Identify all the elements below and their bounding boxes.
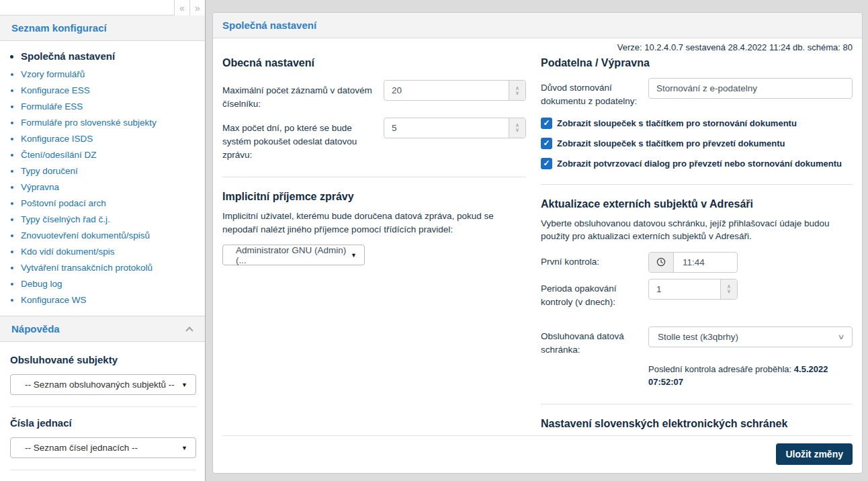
sidebar-item-vzory-formularu[interactable]: Vzory formulářů [21, 70, 198, 79]
checkbox-checked-icon[interactable]: ✓ [541, 118, 552, 129]
sidebar-item-spolecna-nastaveni[interactable]: Společná nastavení [21, 51, 198, 62]
databox-row: Obsluhovaná datová schránka: Stolle test… [541, 326, 853, 357]
chevron-down-icon: ∨ [837, 333, 844, 341]
cancel-reason-row: Důvod stornování dokumentu z podatelny: [541, 78, 853, 109]
checkbox-checked-icon[interactable]: ✓ [541, 158, 552, 169]
first-check-label: První kontrola: [541, 252, 648, 273]
max-days-row: Max počet dní, po které se bude systém p… [222, 118, 526, 163]
subjects-heading: Obsluhované subjekty [10, 354, 198, 365]
sidebar-item-konfigurace-ws[interactable]: Konfigurace WS [21, 296, 198, 305]
collapse-left-icon[interactable]: « [174, 0, 189, 15]
config-sidebar: « » Seznam konfigurací Společná nastaven… [0, 0, 206, 481]
period-row: Perioda opakování kontroly (v dnech): ∧ … [541, 279, 853, 310]
spinner-down-icon[interactable]: ∨ [515, 91, 519, 95]
cancel-reason-field[interactable] [649, 79, 852, 98]
general-settings-heading: Obecná nastavení [222, 57, 526, 69]
sidebar-item-cteni-odesilani-dz[interactable]: Čtení/odesílání DZ [21, 150, 198, 160]
implicit-recipient-description: Implicitní uživatel, kterému bude doruče… [222, 210, 526, 236]
first-check-field[interactable] [674, 253, 737, 272]
sidebar-item-debug-log[interactable]: Debug log [21, 279, 198, 289]
checkbox-row-storno-column[interactable]: ✓ Zobrazit sloupeček s tlačítkem pro sto… [541, 118, 853, 129]
numbers-select[interactable]: -- Seznam čísel jednacích -- ▼ [10, 437, 196, 458]
sidebar-item-vypravna[interactable]: Výpravna [21, 183, 198, 192]
max-records-row: Maximální počet záznamů v datovém číseln… [222, 80, 526, 112]
save-button[interactable]: Uložit změny [776, 443, 853, 465]
implicit-recipient-heading: Implicitní příjemce zprávy [222, 191, 526, 203]
number-spinner[interactable]: ∧ ∨ [509, 118, 525, 138]
card-footer: Uložit změny [222, 435, 853, 473]
config-list: Společná nastavení Vzory formulářů Konfi… [0, 41, 205, 316]
divider [222, 177, 526, 177]
sidebar-item-postovni-podaci-arch[interactable]: Poštovní podací arch [21, 199, 198, 208]
period-input[interactable]: ∧ ∨ [648, 279, 738, 300]
first-check-time-input[interactable] [648, 252, 738, 273]
first-check-row: První kontrola: [541, 252, 853, 273]
sidebar-item-kdo-vidi-dokument[interactable]: Kdo vidí dokument/spis [21, 247, 198, 257]
divider [541, 404, 853, 404]
dropdown-arrow-icon: ▼ [181, 382, 187, 388]
max-days-input[interactable]: ∧ ∨ [384, 118, 526, 138]
right-column: Podatelna / Výpravna Důvod stornování do… [541, 52, 853, 435]
chevron-up-icon[interactable] [185, 326, 193, 334]
period-field[interactable] [649, 279, 720, 299]
sidebar-item-typy-ciselnych-rad[interactable]: Typy číselných řad č.j. [21, 215, 198, 224]
databox-label: Obsluhovaná datová schránka: [541, 326, 648, 357]
card-title: Společná nastavení [213, 13, 862, 38]
divider [10, 470, 196, 470]
address-book-heading: Aktualizace externích subjektů v Adresář… [541, 198, 853, 210]
sidebar-collapse-bar: « » [0, 0, 205, 15]
sidebar-item-konfigurace-isds[interactable]: Konfigurace ISDS [21, 134, 198, 144]
max-days-label: Max počet dní, po které se bude systém p… [222, 118, 384, 163]
slovak-heading: Nastavení slovenských elektronických sch… [541, 418, 853, 430]
max-days-field[interactable] [384, 118, 509, 138]
number-spinner[interactable]: ∧ ∨ [509, 81, 525, 100]
card-body: Verze: 10.2.4.0.7 sestavená 28.4.2022 11… [213, 38, 862, 435]
help-title: Nápověda [11, 323, 60, 335]
numbers-heading: Čísla jednací [10, 417, 198, 429]
sidebar-title: Seznam konfigurací [0, 15, 205, 41]
podatelna-heading: Podatelna / Výpravna [541, 57, 853, 69]
dropdown-arrow-icon: ▼ [181, 445, 187, 451]
left-column: Obecná nastavení Maximální počet záznamů… [222, 52, 526, 435]
max-records-field[interactable] [384, 81, 509, 100]
sidebar-item-typy-doruceni[interactable]: Typy doručení [21, 167, 198, 176]
cancel-reason-label: Důvod stornování dokumentu z podatelny: [541, 78, 648, 109]
checkbox-row-confirm-dialog[interactable]: ✓ Zobrazit potvrzovací dialog pro převze… [541, 158, 853, 169]
sidebar-item-znovuotevreni[interactable]: Znovuotevření dokumentů/spisů [21, 231, 198, 240]
cancel-reason-input[interactable] [648, 78, 853, 99]
collapse-right-icon[interactable]: » [189, 0, 205, 15]
sidebar-item-formulare-ess[interactable]: Formuláře ESS [21, 102, 198, 112]
implicit-recipient-select[interactable]: Administrator GNU (Admin) (... ▼ [222, 245, 365, 265]
settings-card: Společná nastavení Verze: 10.2.4.0.7 ses… [212, 12, 863, 474]
sidebar-item-formulare-slovenske[interactable]: Formuláře pro slovenské subjekty [21, 118, 198, 128]
address-book-description: Vyberte obsluhovanou datovou schránku, j… [541, 217, 853, 243]
divider [10, 406, 196, 407]
spinner-down-icon[interactable]: ∨ [727, 289, 731, 294]
help-accordion-header[interactable]: Nápověda [0, 316, 205, 342]
divider [541, 184, 853, 185]
databox-select[interactable]: Stolle test (k3qbrhy) ∨ [648, 326, 853, 347]
clock-icon[interactable] [649, 253, 674, 272]
number-spinner[interactable]: ∧ ∨ [720, 279, 737, 299]
help-body: Obsluhované subjekty -- Seznam obsluhova… [0, 342, 205, 481]
checkbox-checked-icon[interactable]: ✓ [541, 138, 552, 149]
period-label: Perioda opakování kontroly (v dnech): [541, 279, 648, 310]
last-check-note: Poslední kontrola adresáře proběhla: 4.5… [648, 363, 853, 389]
sidebar-item-konfigurace-ess[interactable]: Konfigurace ESS [21, 86, 198, 95]
spinner-down-icon[interactable]: ∨ [515, 128, 519, 132]
max-records-input[interactable]: ∧ ∨ [384, 80, 526, 101]
version-info: Verze: 10.2.4.0.7 sestavená 28.4.2022 11… [222, 42, 853, 52]
subjects-select[interactable]: -- Seznam obsluhovaných subjektů -- ▼ [10, 374, 196, 395]
sidebar-item-transakcni-protokoly[interactable]: Vytváření transakčních protokolů [21, 263, 198, 273]
dropdown-arrow-icon: ▼ [351, 252, 357, 259]
max-records-label: Maximální počet záznamů v datovém číseln… [222, 80, 384, 112]
checkbox-row-prevzeti-column[interactable]: ✓ Zobrazit sloupeček s tlačítkem pro pře… [541, 138, 853, 149]
